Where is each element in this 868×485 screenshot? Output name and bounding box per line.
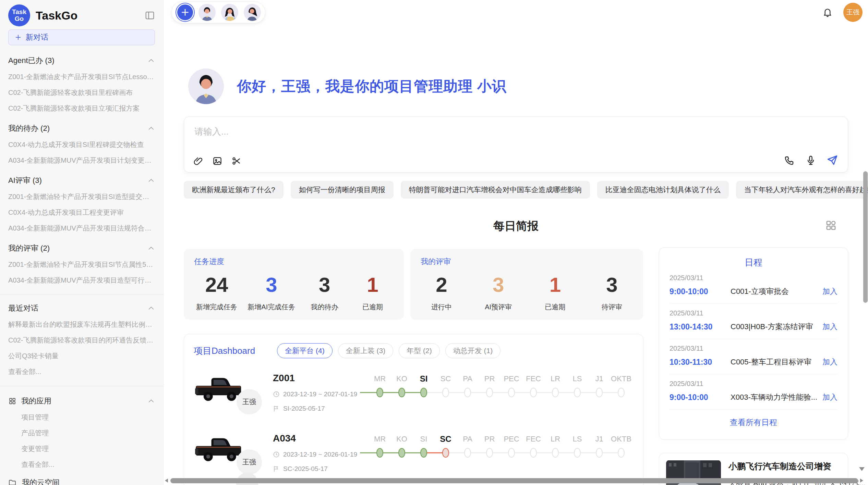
suggestion-chip[interactable]: 欧洲新规最近颁布了什么?: [184, 181, 284, 199]
filter-new-platform[interactable]: 全新平台 (4): [277, 343, 333, 358]
conversation-item[interactable]: A034-全新新能源MUV产品开发项目法规符合性评审: [8, 224, 155, 233]
agent-avatar[interactable]: [221, 4, 238, 21]
horizontal-scrollbar[interactable]: [170, 478, 858, 483]
chevron-up-icon: [147, 304, 155, 312]
join-meeting-link[interactable]: 加入: [822, 286, 837, 297]
plus-icon: [15, 34, 22, 41]
new-chat-button[interactable]: 新对话: [8, 29, 155, 45]
section-ai-review[interactable]: AI评审 (3): [8, 175, 155, 186]
send-icon[interactable]: [827, 154, 838, 166]
conversation-item[interactable]: C02-飞腾新能源轻客改款项目立项汇报方案: [8, 104, 155, 113]
briefing-title: 每日简报: [184, 219, 848, 234]
event-name: C005-整车工程目标评审: [731, 357, 818, 367]
sidebar-item-cloud-space[interactable]: 我的云空间: [8, 477, 155, 485]
recent-chat-item[interactable]: 公司Q3轻卡销量: [8, 351, 155, 361]
image-icon[interactable]: [212, 156, 222, 166]
suggestion-chip[interactable]: 特朗普可能对进口汽车增税会对中国车企造成哪些影响: [401, 181, 590, 199]
schedule-event[interactable]: 2025/03/11 9:00-10:00 C001-立项审批会 加入: [670, 269, 837, 304]
section-recent-chats[interactable]: 最近对话: [8, 303, 155, 313]
assistant-avatar: [188, 69, 224, 104]
milestone-node: [398, 448, 405, 458]
join-meeting-link[interactable]: 加入: [822, 392, 837, 402]
schedule-event[interactable]: 2025/03/11 10:30-11:30 C005-整车工程目标评审 加入: [670, 339, 837, 374]
project-range: 2023-12-19 ~ 2026-01-19: [283, 451, 357, 458]
milestone-label: MR: [374, 432, 386, 446]
suggestion-chip[interactable]: 当下年轻人对汽车外观有怎样的喜好趋势: [736, 181, 868, 199]
conversation-item[interactable]: Z001-全新燃油轻卡产品开发项目SI造型提交物评审: [8, 192, 155, 201]
event-time: 9:00-10:00: [670, 287, 724, 296]
section-my-review[interactable]: 我的评审 (2): [8, 243, 155, 253]
filter-powertrain[interactable]: 动总开发 (1): [445, 343, 501, 358]
milestone-node: [486, 448, 493, 458]
greeting-text: 你好，王强，我是你的项目管理助理 小识: [237, 77, 507, 96]
event-time: 9:00-10:00: [670, 393, 724, 402]
recent-chat-item[interactable]: 解释最新出台的欧盟报废车法规再生塑料比例被调至15%...: [8, 320, 155, 329]
milestone-node: [464, 388, 471, 397]
card-title: 任务进度: [194, 257, 394, 267]
view-all-apps-link[interactable]: 查看全部...: [21, 460, 155, 469]
conversation-item[interactable]: Z001-全新燃油轻卡产品开发项目SI节点属性5D文件评审: [8, 260, 155, 269]
conversation-item[interactable]: Z001-全新燃油皮卡产品开发项目SI节点Lesson Learn报告: [8, 72, 155, 82]
my-apps-label: 我的应用: [21, 396, 51, 406]
view-all-schedule-link[interactable]: 查看所有日程: [670, 417, 837, 428]
recent-chat-item[interactable]: C02-飞腾新能源轻客改款项目的闭环通告反馈情况: [8, 336, 155, 345]
filter-new-body[interactable]: 全新上装 (3): [338, 343, 394, 358]
suggestion-chip[interactable]: 比亚迪全固态电池计划具体说了什么: [597, 181, 729, 199]
project-dates: 2023-12-19 ~ 2026-01-19: [273, 451, 357, 458]
attach-icon[interactable]: [193, 156, 203, 166]
hscroll-right-arrow[interactable]: [860, 478, 863, 483]
brand: Task Go TaskGo: [8, 3, 155, 27]
join-meeting-link[interactable]: 加入: [822, 357, 837, 367]
stat-value: 24: [196, 274, 237, 296]
taskgo-logo: Task Go: [8, 4, 30, 26]
schedule-event[interactable]: 2025/03/11 9:00-10:00 X003-车辆动力学性能验... 加…: [670, 374, 837, 410]
add-agent-button[interactable]: [177, 4, 193, 20]
milestone-label: KO: [396, 372, 407, 386]
project-row[interactable]: 王强 Z001 2023-12-19 ~ 2027-01-19 SI-2025-…: [194, 372, 634, 412]
stat-value: 1: [536, 274, 574, 296]
agent-avatar[interactable]: [244, 4, 261, 21]
conversation-item[interactable]: C02-飞腾新能源轻客改款项目里程碑画布: [8, 88, 155, 97]
mic-icon[interactable]: [805, 155, 816, 166]
stat-value: 3: [306, 274, 343, 296]
sidebar-item-my-apps[interactable]: 我的应用: [8, 396, 155, 406]
app-item-project-mgmt[interactable]: 项目管理: [21, 413, 155, 422]
conversation-item[interactable]: C0X4-动力总成开发项目SI里程碑提交物检查: [8, 140, 155, 149]
notifications-bell-icon[interactable]: [822, 7, 833, 18]
project-flag-label: SC-2025-05-17: [283, 465, 328, 473]
hscroll-left-arrow[interactable]: [165, 478, 168, 483]
stat-review-overdue: 1 已逾期: [536, 274, 574, 312]
schedule-event[interactable]: 2025/03/11 13:00-14:30 C003|H0B-方案冻结评审 加…: [670, 304, 837, 339]
stat-label: 新增AI完成任务: [248, 302, 295, 312]
phone-icon[interactable]: [784, 155, 795, 166]
project-flag: SI-2025-05-17: [273, 405, 357, 412]
sidebar-collapse-icon[interactable]: [145, 10, 155, 21]
briefing-layout-icon[interactable]: [825, 219, 837, 232]
project-owner-badge: 王强: [237, 389, 262, 414]
conversation-item[interactable]: C0X4-动力总成开发项目工程变更评审: [8, 208, 155, 217]
app-item-change-mgmt[interactable]: 变更管理: [21, 444, 155, 453]
user-avatar[interactable]: 王强: [843, 3, 863, 22]
new-chat-label: 新对话: [26, 32, 48, 42]
milestone-node: [420, 388, 427, 397]
section-my-todo[interactable]: 我的待办 (2): [8, 123, 155, 134]
stat-label: 待评审: [593, 302, 631, 312]
chat-input[interactable]: 请输入...: [184, 116, 848, 173]
scissors-icon[interactable]: [231, 156, 242, 166]
conversation-item[interactable]: A034-全新新能源MUV产品开发项目计划变更表编写: [8, 156, 155, 165]
vertical-scrollbar[interactable]: [863, 171, 868, 303]
milestone-node: [376, 388, 383, 397]
agent-avatar[interactable]: [198, 4, 216, 21]
section-agent-done[interactable]: Agent已办 (3): [8, 55, 155, 66]
view-all-chats-link[interactable]: 查看全部...: [8, 367, 155, 376]
vscroll-down-arrow[interactable]: [859, 467, 865, 471]
app-item-product-mgmt[interactable]: 产品管理: [21, 428, 155, 438]
project-row[interactable]: 王强 A034 2023-12-19 ~ 2026-01-19 SC-2025-…: [194, 432, 634, 473]
suggestion-chip[interactable]: 如何写一份清晰的项目周报: [291, 181, 394, 199]
conversation-item[interactable]: A034-全新新能源MUV产品开发项目造型可行性评审: [8, 276, 155, 285]
milestone-node: [574, 388, 581, 397]
join-meeting-link[interactable]: 加入: [822, 322, 837, 332]
milestone-node: [618, 448, 625, 458]
milestone-label: PA: [463, 432, 472, 446]
filter-model-year[interactable]: 年型 (2): [399, 343, 440, 358]
